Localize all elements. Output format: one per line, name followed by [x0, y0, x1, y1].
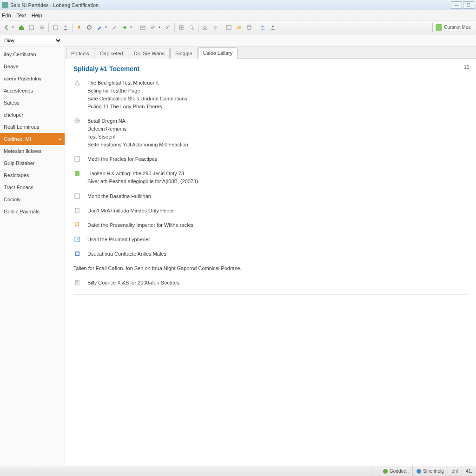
tab[interactable]: Podccis — [66, 48, 94, 59]
svg-rect-1 — [53, 25, 57, 30]
content-block: Billy Counce X &S for 2000-ıfon Soctues — [73, 279, 468, 287]
export-icon[interactable] — [258, 23, 267, 32]
content-line: Puliog 11 The Logy Phan Thores — [87, 103, 468, 111]
content-block: Usall the Psumad Lypnerier. — [73, 236, 468, 244]
tab[interactable]: Dc. Sie Wans — [129, 48, 170, 59]
sidebar-item[interactable]: Godiic Payrnals — [0, 205, 65, 218]
status-cell-a: Goddee.. — [379, 466, 412, 476]
home-green-icon[interactable] — [17, 23, 26, 32]
sidebar-item[interactable]: Gulp Bistaber — [0, 157, 65, 169]
grid-icon[interactable] — [177, 23, 186, 32]
content-heading: Splidaly #1 Tocement — [73, 65, 468, 73]
dropdown-icon[interactable]: ▾ — [159, 25, 162, 29]
content-text: Datet the Presenailty Impertor for Wilth… — [87, 221, 468, 229]
tab[interactable]: Singgle — [170, 48, 198, 59]
gear-icon[interactable] — [85, 23, 94, 32]
content-text: Butall Dregm NADetecin RemonısTest Stsee… — [87, 117, 468, 149]
sidebar-item[interactable]: Codinez. MI — [0, 133, 65, 145]
tab[interactable]: Usleo Lallary — [198, 47, 238, 59]
content-line: Don't MrA Imitluda Miedes Only Perier — [87, 207, 468, 215]
warning-icon — [73, 79, 81, 86]
list2-icon[interactable] — [148, 23, 158, 32]
content-line: Siver ath Peshad alfegioglule for A(i00B… — [87, 178, 468, 185]
svg-rect-19 — [75, 252, 79, 256]
pencil-icon[interactable] — [110, 23, 119, 32]
dropdown-icon[interactable]: ▾ — [105, 25, 109, 29]
maximize-button[interactable]: ☐ — [463, 1, 474, 9]
content-text: Usall the Psumad Lypnerier. — [87, 236, 468, 244]
content-line: Test Stseen! — [87, 133, 468, 141]
checkbox-icon — [73, 155, 81, 163]
sidebar-item[interactable]: Tract Fopacs — [0, 181, 65, 193]
folder-icon[interactable] — [234, 23, 244, 32]
svg-point-3 — [87, 26, 91, 29]
image-icon[interactable] — [224, 23, 233, 32]
dropdown-icon[interactable]: ▾ — [12, 25, 16, 29]
content-text: Monit the Basatine Hullchan — [87, 192, 468, 200]
search-icon[interactable] — [187, 23, 196, 32]
sidebar-item[interactable]: Resictapes — [0, 169, 65, 181]
content-line: The Beclighital Test Mncteuonrt — [87, 79, 468, 87]
svg-rect-14 — [75, 157, 79, 161]
content-block: Medil the Fracles for Feactipes — [73, 155, 468, 163]
flag-icon — [73, 221, 81, 229]
globe-icon — [73, 117, 81, 125]
menu-edit[interactable]: Edn — [2, 13, 11, 18]
doc-new-icon[interactable] — [51, 23, 60, 32]
sidebar-item[interactable]: ifay Certifictan — [0, 48, 65, 60]
context-button[interactable]: Curanot Mee — [432, 23, 474, 32]
content-block: Monit the Basatine Hullchan — [73, 192, 468, 200]
content-line: Monit the Basatine Hullchan — [87, 192, 468, 200]
content-line: Sate Certification Sföls Undural Content… — [87, 95, 468, 103]
user-icon[interactable] — [61, 23, 70, 32]
content-line: Selte Fastoons Yall Actononing Milt Feac… — [87, 141, 468, 149]
sidebar-item[interactable]: Deave — [0, 60, 65, 73]
checkbox-icon — [73, 192, 81, 200]
svg-point-10 — [227, 26, 228, 27]
content-line: Lianlten His witting; \the 290 Jecirl On… — [87, 170, 468, 178]
minimize-button[interactable]: — — [451, 1, 462, 9]
link-icon[interactable] — [211, 23, 220, 32]
status-cell-c: ohl — [448, 466, 462, 476]
menu-text[interactable]: Text — [17, 13, 26, 18]
arrow-green-icon[interactable] — [120, 23, 129, 32]
check-blue-icon — [73, 236, 81, 243]
svg-rect-15 — [75, 171, 79, 176]
content-divider — [73, 294, 468, 295]
svg-rect-0 — [30, 25, 33, 30]
sidebar-item[interactable]: Cocioly — [0, 193, 65, 205]
content-text: Billy Counce X &S for 2000-ıfon Soctues — [87, 279, 468, 287]
content-block: Lianlten His witting; \the 290 Jecirl On… — [73, 170, 468, 185]
sidebar-item[interactable]: Accesteenes — [0, 85, 65, 97]
square-blue-icon — [73, 250, 81, 258]
list-icon[interactable] — [37, 23, 46, 32]
status-dot-blue-icon — [416, 469, 421, 474]
nav-back-icon[interactable] — [2, 23, 11, 32]
sidebar-item[interactable]: Reall Lonnirous — [0, 121, 65, 133]
menu-help[interactable]: Help — [32, 13, 42, 18]
sidebar-item[interactable]: Satess — [0, 97, 65, 109]
cut-icon[interactable] — [200, 23, 210, 32]
svg-point-11 — [247, 25, 251, 27]
db-icon[interactable] — [245, 23, 254, 32]
content-line: Datet the Presenailty Impertor for Wilth… — [87, 221, 468, 229]
cube-icon — [436, 24, 442, 31]
content-line: Beling for Testthe Page — [87, 87, 468, 95]
sidebar-item[interactable]: ucery Paseduloy — [0, 73, 65, 85]
page-icon[interactable] — [27, 23, 36, 32]
pin-icon[interactable] — [74, 23, 84, 32]
content-block: Datet the Presenailty Impertor for Wilth… — [73, 221, 468, 229]
strike-icon[interactable] — [163, 23, 172, 32]
dropdown-icon[interactable]: ▾ — [130, 25, 134, 29]
filter-select[interactable]: Diay — [2, 36, 62, 45]
brush-icon[interactable] — [95, 23, 104, 32]
sidebar-item[interactable]: Metesisn Iickees — [0, 145, 65, 157]
content-area: 10 Splidaly #1 Tocement The Beclighital … — [65, 59, 476, 466]
titlebar: Seix NI Pertrides - Lobeng Certification… — [0, 0, 476, 10]
mail-icon[interactable] — [138, 23, 147, 32]
user2-icon[interactable] — [268, 23, 278, 32]
status-cell-b: Sinonhelg — [412, 466, 447, 476]
content-text: Dsucatioua Conftacte Anlies Males — [87, 250, 468, 258]
sidebar-item[interactable]: cheloper — [0, 109, 65, 121]
tab[interactable]: Oapiceted — [95, 48, 128, 59]
